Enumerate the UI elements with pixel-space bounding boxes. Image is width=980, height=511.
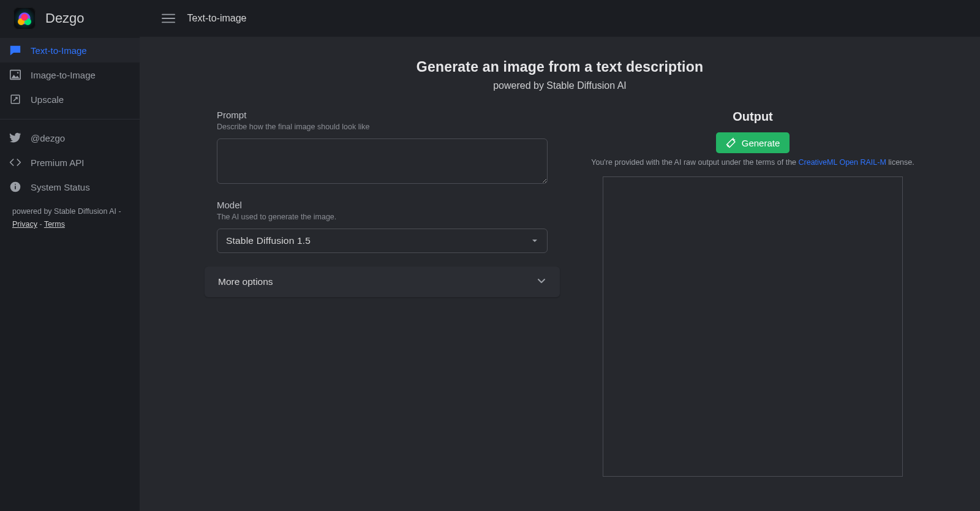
svg-rect-11 <box>15 184 16 185</box>
model-field: Model The AI used to generate the image.… <box>205 200 560 253</box>
sidebar: Text-to-Image Image-to-Image Upscale @ <box>0 37 140 511</box>
svg-point-3 <box>13 48 14 50</box>
powered-text: powered by Stable Diffusion AI <box>12 207 116 216</box>
info-icon <box>9 181 22 193</box>
privacy-link[interactable]: Privacy <box>12 220 37 229</box>
brand-name: Dezgo <box>45 10 85 26</box>
sidebar-link-premium-api[interactable]: Premium API <box>0 150 140 175</box>
output-title: Output <box>590 110 915 124</box>
svg-rect-10 <box>15 186 16 189</box>
svg-point-4 <box>15 48 16 50</box>
sidebar-item-label: Image-to-Image <box>31 70 96 80</box>
form-column: Prompt Describe how the final image shou… <box>205 110 560 477</box>
hero-subtitle: powered by Stable Diffusion AI <box>140 80 980 91</box>
sidebar-footer: powered by Stable Diffusion AI - Privacy… <box>0 199 140 238</box>
prompt-label: Prompt <box>217 110 548 120</box>
sidebar-divider <box>0 119 140 119</box>
model-selected: Stable Diffusion 1.5 <box>226 235 311 246</box>
sidebar-item-label: Text-to-Image <box>31 45 87 56</box>
more-options-toggle[interactable]: More options <box>205 267 560 297</box>
sidebar-item-label: @dezgo <box>31 133 65 143</box>
more-options-label: More options <box>218 276 273 287</box>
hero-title: Generate an image from a text descriptio… <box>140 59 980 75</box>
menu-toggle-button[interactable] <box>158 10 179 27</box>
caret-down-icon <box>531 237 538 244</box>
magic-wand-icon <box>726 137 737 148</box>
code-icon <box>9 157 22 168</box>
hamburger-icon <box>162 13 175 23</box>
prompt-help: Describe how the final image should look… <box>217 123 548 131</box>
terms-link[interactable]: Terms <box>44 220 65 229</box>
sidebar-item-image-to-image[interactable]: Image-to-Image <box>0 62 140 87</box>
sidebar-item-text-to-image[interactable]: Text-to-Image <box>0 38 140 62</box>
app-logo <box>13 7 36 29</box>
model-label: Model <box>217 200 548 210</box>
prompt-input[interactable] <box>217 138 548 184</box>
twitter-icon <box>9 132 22 143</box>
message-icon <box>9 45 22 56</box>
main-content: Generate an image from a text descriptio… <box>140 37 980 511</box>
sidebar-item-label: Premium API <box>31 157 85 168</box>
output-column: Output Generate You're provided with the… <box>590 110 915 477</box>
output-canvas <box>603 176 903 477</box>
prompt-field: Prompt Describe how the final image shou… <box>205 110 560 186</box>
sidebar-item-label: System Status <box>31 182 90 192</box>
top-bar: Dezgo Text-to-image <box>0 0 980 37</box>
svg-point-5 <box>17 48 18 50</box>
sidebar-link-twitter[interactable]: @dezgo <box>0 126 140 150</box>
svg-point-7 <box>17 72 19 74</box>
page-title: Text-to-image <box>187 13 247 24</box>
chevron-down-icon <box>537 276 546 288</box>
model-select[interactable]: Stable Diffusion 1.5 <box>217 229 548 253</box>
image-icon <box>9 69 22 80</box>
sidebar-item-label: Upscale <box>31 94 64 105</box>
generate-button[interactable]: Generate <box>716 132 790 153</box>
sidebar-link-system-status[interactable]: System Status <box>0 175 140 199</box>
license-text: You're provided with the AI raw output u… <box>590 158 915 167</box>
hero: Generate an image from a text descriptio… <box>140 59 980 91</box>
sidebar-item-upscale[interactable]: Upscale <box>0 87 140 112</box>
model-help: The AI used to generate the image. <box>217 213 548 221</box>
license-link[interactable]: CreativeML Open RAIL-M <box>799 158 886 167</box>
generate-label: Generate <box>742 138 780 148</box>
expand-icon <box>9 94 22 105</box>
